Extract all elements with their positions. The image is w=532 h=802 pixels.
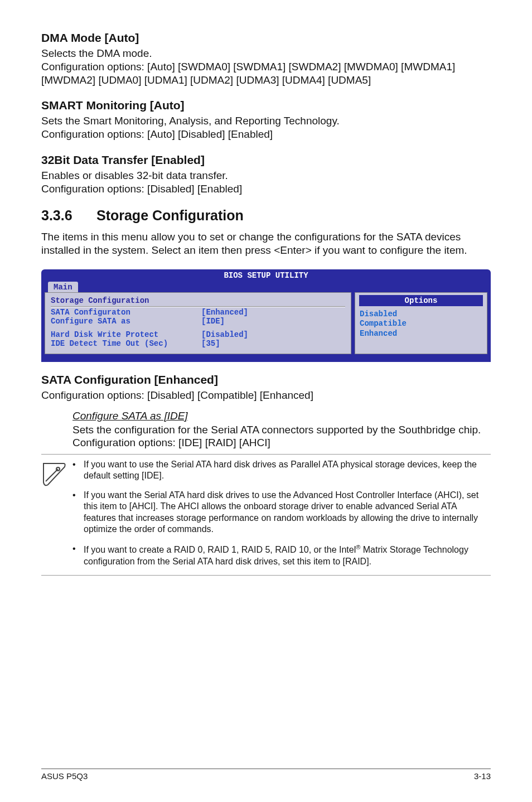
bios-tabs-row: Main [41, 282, 491, 292]
subheading-configure-sata: Configure SATA as [IDE] [72, 410, 491, 422]
bios-row-label: SATA Configuraton [51, 308, 201, 317]
bios-title-bar: BIOS SETUP UTILITY [41, 269, 491, 282]
bios-row-label: Configure SATA as [51, 317, 201, 326]
note-bullet: If you want the Serial ATA hard disk dri… [72, 490, 491, 535]
heading-smart-monitoring: SMART Monitoring [Auto] [41, 99, 491, 112]
heading-dma-mode: DMA Mode [Auto] [41, 31, 491, 45]
text: Configuration options: [Auto] [Disabled]… [41, 128, 273, 140]
heading-sata-config: SATA Configuration [Enhanced] [41, 373, 491, 386]
bios-row[interactable]: IDE Detect Time Out (Sec) [35] [51, 339, 345, 348]
bios-option-compatible[interactable]: Compatible [360, 319, 482, 329]
bios-body: Storage Configuration SATA Configuraton … [41, 292, 491, 362]
bios-option-disabled[interactable]: Disabled [360, 310, 482, 320]
section-title: Storage Configuration [96, 207, 244, 223]
footer-right: 3-13 [474, 771, 491, 781]
bios-row[interactable]: Configure SATA as [IDE] [51, 317, 345, 326]
bios-row-value: [Enhanced] [201, 308, 248, 317]
bios-row-value: [35] [201, 339, 220, 348]
bios-panel-title: Storage Configuration [51, 296, 345, 307]
bios-screenshot: BIOS SETUP UTILITY Main Storage Configur… [41, 269, 491, 362]
text: Selects the DMA mode. [41, 47, 152, 59]
note-bullet: If you want to create a RAID 0, RAID 1, … [72, 543, 491, 567]
note-bullet: If you want to use the Serial ATA hard d… [72, 459, 491, 482]
body-text: Selects the DMA mode. Configuration opti… [41, 47, 491, 86]
heading-32bit: 32Bit Data Transfer [Enabled] [41, 153, 491, 167]
note-block: If you want to use the Serial ATA hard d… [41, 454, 491, 576]
bios-tab-main[interactable]: Main [48, 282, 78, 292]
bios-right-panel: Options Disabled Compatible Enhanced [355, 292, 487, 354]
text: Configuration options: [Disabled] [Enabl… [41, 183, 242, 195]
footer-left: ASUS P5Q3 [41, 771, 88, 781]
note-body: If you want to use the Serial ATA hard d… [72, 459, 491, 568]
bios-row-label: Hard Disk Write Protect [51, 330, 201, 339]
body-text: Configuration options: [Disabled] [Compa… [41, 389, 491, 402]
bios-row-value: [Disabled] [201, 330, 248, 339]
bios-row[interactable]: SATA Configuraton [Enhanced] [51, 308, 345, 317]
bios-option-enhanced[interactable]: Enhanced [360, 329, 482, 339]
text: Enables or disables 32-bit data transfer… [41, 170, 228, 181]
body-text: Enables or disables 32-bit data transfer… [41, 169, 491, 196]
body-text: The items in this menu allow you to set … [41, 230, 491, 257]
text: Sets the Smart Monitoring, Analysis, and… [41, 115, 340, 127]
note-icon [41, 461, 67, 568]
bios-row[interactable]: Hard Disk Write Protect [Disabled] [51, 330, 345, 339]
bios-options-title: Options [359, 295, 483, 306]
body-text: Sets the Smart Monitoring, Analysis, and… [41, 114, 491, 141]
bios-row-value: [IDE] [201, 317, 225, 326]
text: Configuration options: [Auto] [SWDMA0] [… [41, 61, 455, 86]
heading-336: 3.3.6 Storage Configuration [41, 207, 491, 224]
text: If you want to create a RAID 0, RAID 1, … [84, 545, 356, 554]
body-text: Sets the configuration for the Serial AT… [72, 423, 491, 450]
bios-left-panel: Storage Configuration SATA Configuraton … [45, 292, 351, 354]
page-footer: ASUS P5Q3 3-13 [41, 769, 491, 781]
bios-row-label: IDE Detect Time Out (Sec) [51, 339, 201, 348]
section-number: 3.3.6 [41, 207, 93, 224]
